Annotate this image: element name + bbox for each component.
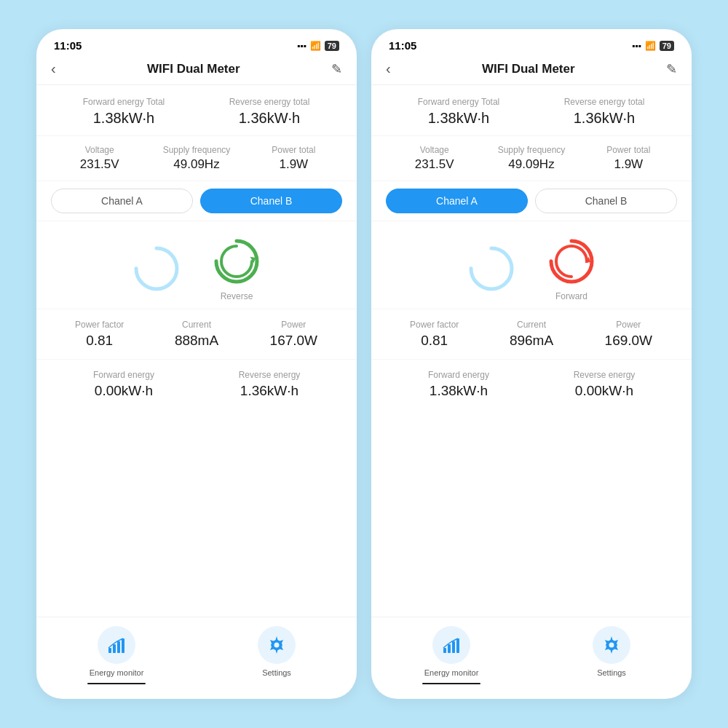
nav-monitor-label-2: Energy monitor <box>424 668 479 677</box>
nav-settings-1[interactable]: Settings <box>197 626 357 684</box>
power-factor-value-1: 0.81 <box>51 333 148 349</box>
reverse-energy-total-2: Reverse energy total 1.36kW·h <box>531 97 677 127</box>
channel-tabs-2: Chanel A Chanel B <box>371 181 692 221</box>
tab-b-1[interactable]: Chanel B <box>200 189 342 213</box>
forward-energy-label-1: Forward energy <box>51 370 197 380</box>
svg-point-9 <box>471 248 512 289</box>
phone-1: 11:05 ▪▪▪ 📶 79 ‹ WIFI Dual Meter ✎ Forwa… <box>36 29 357 699</box>
edit-button-1[interactable]: ✎ <box>331 61 342 77</box>
nav-settings-label-1: Settings <box>262 668 291 677</box>
forward-energy-total-label-2: Forward energy Total <box>386 97 531 107</box>
voltage-1: Voltage 231.5V <box>51 145 148 172</box>
gauge-direction-label-2: Forward <box>555 291 587 301</box>
forward-energy-2: Forward energy 1.38kW·h <box>386 370 531 399</box>
current-1: Current 888mA <box>148 320 245 349</box>
edit-button-2[interactable]: ✎ <box>666 61 677 77</box>
signal-icon-1: ▪▪▪ <box>297 41 306 51</box>
forward-energy-label-2: Forward energy <box>386 370 531 380</box>
power-2: Power 169.0W <box>580 320 677 349</box>
wifi-icon-2: 📶 <box>645 41 656 51</box>
power-factor-2: Power factor 0.81 <box>386 320 483 349</box>
power-total-1: Power total 1.9W <box>245 145 342 172</box>
bottom-nav-2: Energy monitor Settings <box>371 617 692 699</box>
settings-icon-2 <box>601 635 622 655</box>
header-title-1: WIFI Dual Meter <box>147 62 240 76</box>
gauge-left-1 <box>131 243 182 294</box>
status-bar-2: 11:05 ▪▪▪ 📶 79 <box>371 29 692 56</box>
nav-monitor-1[interactable]: Energy monitor <box>36 626 197 684</box>
svg-rect-5 <box>117 641 120 653</box>
metrics-2: Voltage 231.5V Supply frequency 49.09Hz … <box>371 136 692 181</box>
reverse-energy-2: Reverse energy 0.00kW·h <box>531 370 677 399</box>
voltage-value-2: 231.5V <box>386 157 483 172</box>
power-value-2: 169.0W <box>580 333 677 349</box>
svg-rect-13 <box>448 644 451 653</box>
status-icons-2: ▪▪▪ 📶 79 <box>632 41 674 51</box>
signal-icon-2: ▪▪▪ <box>632 41 641 51</box>
gauge-circle-right-1 <box>211 236 262 287</box>
gauge-circle-right-2 <box>546 236 597 287</box>
current-2: Current 896mA <box>483 320 579 349</box>
nav-settings-label-2: Settings <box>597 668 626 677</box>
power-1: Power 167.0W <box>245 320 342 349</box>
frequency-label-1: Supply frequency <box>148 145 245 155</box>
gauge-row-2: Forward <box>371 221 692 309</box>
power-stats-1: Power factor 0.81 Current 888mA Power 16… <box>36 309 357 360</box>
reverse-energy-total-label-1: Reverse energy total <box>197 97 342 107</box>
energy-detail-2: Forward energy 1.38kW·h Reverse energy 0… <box>371 360 692 409</box>
header-title-2: WIFI Dual Meter <box>482 62 575 76</box>
tab-a-2[interactable]: Chanel A <box>386 189 528 213</box>
header-2: ‹ WIFI Dual Meter ✎ <box>371 56 692 85</box>
reverse-energy-label-2: Reverse energy <box>531 370 677 380</box>
energy-monitor-icon-2 <box>441 635 462 655</box>
frequency-label-2: Supply frequency <box>483 145 579 155</box>
channel-tabs-1: Chanel A Chanel B <box>36 181 357 221</box>
power-label-1: Power <box>245 320 342 330</box>
current-label-2: Current <box>483 320 579 330</box>
energy-summary-1: Forward energy Total 1.38kW·h Reverse en… <box>36 85 357 136</box>
svg-rect-15 <box>456 638 459 653</box>
monitor-icon-wrap-1 <box>98 626 135 664</box>
reverse-energy-1: Reverse energy 1.36kW·h <box>197 370 342 399</box>
forward-energy-total-2: Forward energy Total 1.38kW·h <box>386 97 531 127</box>
svg-rect-6 <box>122 638 124 653</box>
metrics-1: Voltage 231.5V Supply frequency 49.09Hz … <box>36 136 357 181</box>
back-button-2[interactable]: ‹ <box>386 60 391 77</box>
energy-detail-1: Forward energy 0.00kW·h Reverse energy 1… <box>36 360 357 409</box>
gauge-left-2 <box>466 243 517 294</box>
frequency-value-1: 49.09Hz <box>148 157 245 172</box>
nav-monitor-underline-1 <box>87 683 146 684</box>
gauge-direction-label-1: Reverse <box>221 291 253 301</box>
reverse-energy-value-2: 0.00kW·h <box>531 383 677 399</box>
voltage-label-1: Voltage <box>51 145 148 155</box>
reverse-energy-label-1: Reverse energy <box>197 370 342 380</box>
power-total-2: Power total 1.9W <box>580 145 677 172</box>
tab-a-1[interactable]: Chanel A <box>51 189 193 213</box>
voltage-value-1: 231.5V <box>51 157 148 172</box>
back-button-1[interactable]: ‹ <box>51 60 56 77</box>
frequency-1: Supply frequency 49.09Hz <box>148 145 245 172</box>
tab-b-2[interactable]: Chanel B <box>535 189 677 213</box>
svg-rect-12 <box>443 648 446 653</box>
bottom-nav-1: Energy monitor Settings <box>36 617 357 699</box>
reverse-energy-total-1: Reverse energy total 1.36kW·h <box>197 97 342 127</box>
svg-point-0 <box>136 248 177 289</box>
voltage-2: Voltage 231.5V <box>386 145 483 172</box>
svg-rect-14 <box>452 641 455 653</box>
wifi-icon-1: 📶 <box>310 41 321 51</box>
phone-2: 11:05 ▪▪▪ 📶 79 ‹ WIFI Dual Meter ✎ Forwa… <box>371 29 692 699</box>
power-value-1: 167.0W <box>245 333 342 349</box>
nav-settings-2[interactable]: Settings <box>531 626 692 684</box>
status-icons-1: ▪▪▪ 📶 79 <box>297 41 339 51</box>
svg-point-8 <box>274 643 280 648</box>
nav-monitor-2[interactable]: Energy monitor <box>371 626 531 684</box>
reverse-energy-total-value-2: 1.36kW·h <box>531 110 677 127</box>
power-total-value-1: 1.9W <box>245 157 342 172</box>
power-total-value-2: 1.9W <box>580 157 677 172</box>
forward-energy-total-label-1: Forward energy Total <box>51 97 197 107</box>
header-1: ‹ WIFI Dual Meter ✎ <box>36 56 357 85</box>
svg-rect-3 <box>108 648 111 653</box>
power-stats-2: Power factor 0.81 Current 896mA Power 16… <box>371 309 692 360</box>
time-1: 11:05 <box>54 39 82 52</box>
frequency-value-2: 49.09Hz <box>483 157 579 172</box>
